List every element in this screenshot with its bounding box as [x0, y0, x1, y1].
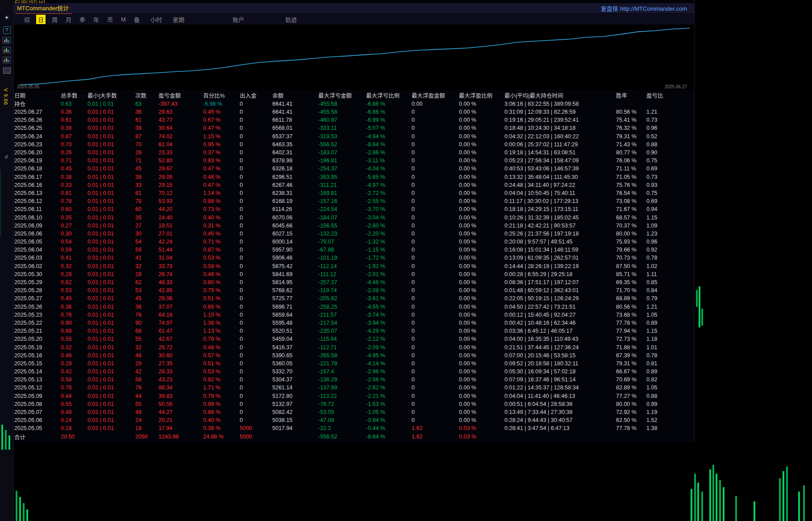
- cell-minmax: 0.01 | 0.01: [87, 392, 134, 400]
- cell-max_dd_pct: -1.32 %: [365, 238, 411, 246]
- cell-lots: 0.55: [60, 400, 87, 408]
- tab-币[interactable]: 币: [105, 15, 115, 24]
- table-row[interactable]: 2025.05.260.360.01 | 0.013637.070.65 %05…: [13, 303, 684, 311]
- table-row[interactable]: 2025.06.230.700.01 | 0.017061.040.95 %06…: [13, 141, 684, 149]
- table-row[interactable]: 2025.06.040.590.01 | 0.015951.440.87 %05…: [13, 246, 684, 254]
- cell-balance: 5132.97: [271, 400, 317, 408]
- table-row[interactable]: 2025.05.220.900.01 | 0.019074.971.36 %05…: [13, 319, 684, 327]
- cell-win: 80.00 %: [615, 400, 645, 408]
- table-row[interactable]: 2025.06.060.300.01 | 0.013027.010.45 %06…: [13, 230, 684, 238]
- table-row[interactable]: 合计20.5020501243.9824.88 %5000-556.52-8.6…: [13, 433, 684, 441]
- cell-max_dd: -156.55: [317, 222, 365, 230]
- table-row[interactable]: 持仓0.630.01 | 0.0163-397.43-5.98 %06641.4…: [13, 99, 684, 108]
- table-row[interactable]: 2025.06.020.320.01 | 0.013233.730.58 %05…: [13, 262, 684, 270]
- cell-max_fp_pct: 0.00 %: [458, 368, 504, 376]
- cell-max_dd_pct: -4.46 %: [365, 278, 411, 286]
- brand-link[interactable]: 复盘侠 http://MTCommander.com: [601, 4, 687, 12]
- table-row[interactable]: 2025.05.300.280.01 | 0.012826.740.46 %05…: [13, 270, 684, 278]
- tab-日[interactable]: 日: [36, 15, 46, 24]
- table-row[interactable]: 2025.06.130.810.01 | 0.018170.121.14 %06…: [13, 189, 684, 197]
- tab-账户[interactable]: 账户: [231, 15, 246, 24]
- pan-tool-icon[interactable]: +: [3, 13, 11, 21]
- cell-max_dd: -196.81: [317, 157, 365, 165]
- table-row[interactable]: 2025.05.090.440.01 | 0.014439.830.78 %05…: [13, 392, 684, 400]
- cell-max_dd_pct: -3.11 %: [365, 157, 411, 165]
- cell-lots: 0.30: [60, 230, 87, 238]
- chart-window-icon-1[interactable]: [3, 37, 11, 44]
- table-row[interactable]: 2025.05.120.760.01 | 0.017688.341.71 %05…: [13, 384, 684, 392]
- table-row[interactable]: 2025.05.280.530.01 | 0.015342.850.75 %05…: [13, 286, 684, 294]
- cell-win: [615, 433, 645, 441]
- cell-pl: 44.27: [158, 408, 202, 416]
- cell-max_fp_pct: 0.00 %: [458, 205, 504, 213]
- table-row[interactable]: 2025.05.070.480.01 | 0.014844.270.88 %05…: [13, 408, 684, 416]
- table-row[interactable]: 2025.05.230.760.01 | 0.017664.161.15 %05…: [13, 311, 684, 319]
- table-row[interactable]: 2025.06.190.710.01 | 0.017152.800.83 %06…: [13, 157, 684, 165]
- help-icon[interactable]: ?: [3, 26, 11, 34]
- table-row[interactable]: 2025.05.140.420.01 | 0.014228.330.53 %05…: [13, 368, 684, 376]
- table-row[interactable]: 2025.06.170.380.01 | 0.013829.050.46 %06…: [13, 173, 684, 181]
- table-row[interactable]: 2025.06.050.540.01 | 0.015442.240.71 %06…: [13, 238, 684, 246]
- cell-max_fp: 0: [411, 303, 458, 311]
- tab-M[interactable]: M: [119, 16, 128, 23]
- cell-max_dd_pct: -2.96 %: [365, 368, 411, 376]
- cell-lots: 0.68: [60, 327, 87, 335]
- table-row[interactable]: 2025.06.240.870.01 | 0.018774.021.15 %06…: [13, 132, 684, 141]
- table-row[interactable]: 2025.05.150.290.01 | 0.012927.350.51 %05…: [13, 360, 684, 368]
- cell-minmax: 0.01 | 0.01: [87, 360, 134, 368]
- chart-window-icon-3[interactable]: [3, 57, 11, 63]
- cell-max_fp_pct: 0.00 %: [458, 376, 504, 384]
- table-row[interactable]: 2025.06.120.780.01 | 0.017853.930.88 %06…: [13, 197, 684, 205]
- cell-pct: 0.31 %: [202, 222, 239, 230]
- cell-max_fp: 0: [411, 246, 458, 254]
- table-row[interactable]: 2025.06.260.610.01 | 0.016143.770.67 %06…: [13, 116, 684, 124]
- cell-lots: 0.27: [60, 222, 87, 230]
- table-row[interactable]: 2025.05.200.550.01 | 0.015542.670.79 %05…: [13, 335, 684, 343]
- cell-count: 46: [134, 351, 158, 360]
- cell-max_fp: 0: [411, 165, 458, 173]
- tab-星期[interactable]: 星期: [171, 15, 186, 24]
- cell-pct: 0.58 %: [202, 262, 239, 270]
- cell-hold: 0:19:16 | 29:05:21 | 239:52:41: [504, 116, 615, 124]
- table-row[interactable]: 2025.06.180.450.01 | 0.014529.670.47 %06…: [13, 165, 684, 173]
- table-row[interactable]: 2025.05.190.320.01 | 0.013225.720.48 %05…: [13, 343, 684, 351]
- tab-小时[interactable]: 小时: [149, 15, 164, 24]
- table-row[interactable]: 2025.05.060.240.01 | 0.012420.210.40 %05…: [13, 416, 684, 424]
- table-row[interactable]: 2025.06.110.600.01 | 0.016044.200.73 %06…: [13, 205, 684, 213]
- cell-balance: 5906.46: [271, 254, 317, 262]
- table-row[interactable]: 2025.06.090.270.01 | 0.012718.510.31 %06…: [13, 222, 684, 230]
- cell-balance: 5332.70: [271, 368, 317, 376]
- table-row[interactable]: 2025.06.100.350.01 | 0.013524.400.40 %06…: [13, 213, 684, 221]
- cell-win: 70.69 %: [615, 376, 645, 384]
- table-row[interactable]: 2025.05.050.180.01 | 0.011817.940.36 %50…: [13, 424, 684, 432]
- tab-周[interactable]: 周: [50, 15, 59, 24]
- tab-月[interactable]: 月: [64, 15, 73, 24]
- table-row[interactable]: 2025.05.290.620.01 | 0.016246.330.80 %05…: [13, 278, 684, 286]
- candlestick: [709, 469, 711, 521]
- table-row[interactable]: 2025.05.270.450.01 | 0.014529.060.51 %05…: [13, 294, 684, 302]
- cell-plr: 0.82: [645, 376, 684, 384]
- table-row[interactable]: 2025.05.080.550.01 | 0.015550.550.99 %05…: [13, 400, 684, 408]
- candlestick: [786, 467, 788, 521]
- list-window-icon[interactable]: [3, 67, 11, 74]
- tab-轨迹[interactable]: 轨迹: [283, 15, 299, 24]
- tab-季[interactable]: 季: [78, 15, 87, 24]
- tab-综[interactable]: 综: [22, 15, 32, 24]
- cell-hold: 0:19:18 | 14:54:31 | 63:08:51: [504, 149, 615, 157]
- cell-plr: 0.88: [645, 392, 684, 400]
- table-row[interactable]: 2025.06.030.410.01 | 0.014131.040.53 %05…: [13, 254, 684, 262]
- cell-count: 59: [134, 246, 158, 254]
- tab-备[interactable]: 备: [132, 15, 142, 24]
- table-row[interactable]: 2025.05.210.680.01 | 0.016861.471.13 %05…: [13, 327, 684, 335]
- table-row[interactable]: 2025.06.270.360.01 | 0.013629.630.45 %06…: [13, 108, 684, 116]
- table-row[interactable]: 2025.05.160.460.01 | 0.014630.600.57 %05…: [13, 351, 684, 360]
- cell-count: 87: [134, 132, 158, 141]
- chart-window-icon-2[interactable]: [3, 47, 11, 54]
- cell-lots: 0.33: [60, 181, 87, 189]
- table-row[interactable]: 2025.06.250.380.01 | 0.013830.640.47 %06…: [13, 124, 684, 132]
- table-row[interactable]: 2025.06.200.260.01 | 0.012623.330.37 %06…: [13, 149, 684, 157]
- table-row[interactable]: 2025.06.160.330.01 | 0.013329.150.47 %06…: [13, 181, 684, 189]
- cell-max_dd: -67.88: [317, 246, 365, 254]
- table-row[interactable]: 2025.05.130.580.01 | 0.015843.230.82 %05…: [13, 376, 684, 384]
- tab-年[interactable]: 年: [92, 15, 101, 24]
